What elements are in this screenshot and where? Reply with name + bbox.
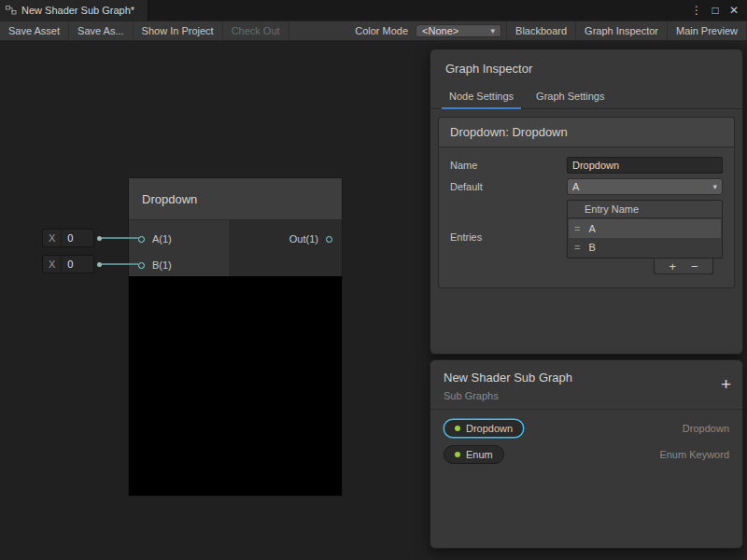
- window-controls: ⋮ □ ✕: [687, 0, 747, 21]
- entries-label: Entries: [450, 231, 567, 243]
- property-type-dropdown: Dropdown: [683, 423, 729, 434]
- tab-graph-settings[interactable]: Graph Settings: [525, 86, 615, 108]
- property-dot-icon: [455, 452, 460, 457]
- axis-x-label: X: [43, 230, 62, 246]
- node-input-ports: A(1) B(1): [129, 220, 229, 276]
- blackboard-panel: New Shader Sub Graph Sub Graphs + Dropdo…: [430, 359, 743, 549]
- entry-row-a-label: A: [588, 223, 595, 234]
- main-preview-toggle-button[interactable]: Main Preview: [668, 21, 747, 40]
- blackboard-header: New Shader Sub Graph Sub Graphs +: [430, 360, 742, 410]
- entries-list: Entry Name = A = B: [567, 200, 723, 259]
- blackboard-rows: Dropdown Dropdown Enum Enum Keyword: [430, 410, 742, 468]
- add-property-button[interactable]: +: [721, 375, 731, 393]
- blackboard-subtitle: Sub Graphs: [444, 390, 729, 401]
- entries-footer-box: + −: [654, 259, 713, 274]
- default-dropdown[interactable]: A ▾: [567, 178, 723, 195]
- name-label: Name: [450, 160, 567, 171]
- property-pill-dropdown-label: Dropdown: [466, 423, 513, 434]
- color-mode-dropdown[interactable]: <None> ▾: [416, 24, 501, 37]
- color-mode-value: <None>: [422, 25, 458, 36]
- tab-node-settings[interactable]: Node Settings: [438, 86, 525, 108]
- graph-inspector-toggle-button[interactable]: Graph Inspector: [576, 21, 668, 40]
- port-a-default-value[interactable]: 0: [62, 232, 93, 244]
- property-type-enum: Enum Keyword: [659, 449, 729, 460]
- node-settings-group-title: Dropdown: Dropdown: [439, 118, 734, 147]
- window-menu-icon[interactable]: ⋮: [687, 0, 706, 21]
- entries-list-footer: + −: [567, 259, 723, 274]
- dropdown-node[interactable]: Dropdown A(1) B(1) Out(1): [128, 177, 343, 497]
- remove-entry-button[interactable]: −: [691, 260, 698, 273]
- entries-property-row: Entries Entry Name = A =: [450, 200, 723, 274]
- name-input[interactable]: Dropdown: [567, 157, 723, 174]
- blackboard-row-enum: Enum Enum Keyword: [430, 441, 742, 468]
- add-entry-button[interactable]: +: [669, 260, 676, 273]
- blackboard-toggle-button[interactable]: Blackboard: [506, 21, 576, 40]
- property-pill-dropdown[interactable]: Dropdown: [444, 419, 524, 438]
- check-out-button: Check Out: [223, 21, 289, 40]
- shader-graph-icon: [6, 5, 17, 16]
- close-icon[interactable]: ✕: [725, 0, 743, 21]
- blackboard-row-dropdown: Dropdown Dropdown: [430, 415, 742, 441]
- entry-row-b-label: B: [588, 242, 595, 253]
- graph-inspector-panel: Graph Inspector Node Settings Graph Sett…: [430, 49, 743, 355]
- edge-wire-a: [102, 237, 138, 239]
- node-settings-group-body: Name Dropdown Default A ▾ Entries Entry …: [439, 147, 734, 287]
- input-port-a: A(1): [129, 230, 229, 248]
- drag-handle-icon[interactable]: =: [574, 242, 580, 253]
- document-tab[interactable]: New Shader Sub Graph*: [0, 0, 148, 21]
- chevron-down-icon: ▾: [712, 182, 717, 191]
- port-out-label: Out(1): [289, 233, 318, 245]
- name-property-row: Name Dropdown: [450, 157, 723, 174]
- title-bar: New Shader Sub Graph* ⋮ □ ✕: [0, 0, 747, 21]
- entry-row-a[interactable]: = A: [569, 219, 721, 238]
- blackboard-title: New Shader Sub Graph: [444, 371, 729, 385]
- default-dropdown-value: A: [572, 181, 579, 192]
- shader-graph-toolbar: Save Asset Save As... Show In Project Ch…: [0, 21, 747, 41]
- node-settings-group: Dropdown: Dropdown Name Dropdown Default…: [438, 117, 735, 288]
- save-as-button[interactable]: Save As...: [69, 21, 134, 40]
- port-a-default-field: X 0: [42, 229, 94, 247]
- property-pill-enum[interactable]: Enum: [444, 445, 504, 464]
- document-tab-title: New Shader Sub Graph*: [21, 5, 134, 16]
- default-property-row: Default A ▾: [450, 178, 723, 195]
- default-label: Default: [450, 181, 567, 192]
- inspector-tabs: Node Settings Graph Settings: [430, 86, 742, 109]
- save-asset-button[interactable]: Save Asset: [0, 21, 69, 40]
- port-a-label: A(1): [152, 233, 172, 245]
- chevron-down-icon: ▾: [491, 26, 496, 35]
- port-a-connector-icon[interactable]: [138, 236, 145, 243]
- entry-row-b[interactable]: = B: [569, 238, 721, 257]
- port-b-connector-icon[interactable]: [138, 262, 145, 269]
- node-title[interactable]: Dropdown: [129, 178, 342, 220]
- entries-list-container: Entry Name = A = B: [567, 200, 723, 274]
- property-pill-enum-label: Enum: [466, 449, 493, 460]
- show-in-project-button[interactable]: Show In Project: [134, 21, 223, 40]
- port-b-label: B(1): [152, 259, 172, 271]
- node-output-ports: Out(1): [229, 220, 342, 276]
- node-preview: [129, 276, 342, 496]
- port-b-default-value[interactable]: 0: [62, 259, 93, 270]
- port-out-connector-icon[interactable]: [326, 236, 332, 243]
- entries-list-rows: = A = B: [568, 218, 722, 258]
- graph-inspector-title: Graph Inspector: [430, 49, 742, 86]
- edge-wire-b: [102, 263, 138, 265]
- node-body: A(1) B(1) Out(1): [129, 220, 342, 276]
- maximize-icon[interactable]: □: [706, 0, 725, 21]
- drag-handle-icon[interactable]: =: [574, 223, 580, 234]
- color-mode-label: Color Mode: [344, 21, 414, 40]
- property-dot-icon: [455, 426, 460, 431]
- axis-x-label: X: [43, 256, 62, 273]
- entries-list-header: Entry Name: [568, 201, 722, 218]
- output-port-out: Out(1): [229, 230, 342, 248]
- port-b-default-field: X 0: [42, 255, 94, 273]
- inspector-content: Dropdown: Dropdown Name Dropdown Default…: [430, 109, 742, 296]
- input-port-b: B(1): [129, 256, 229, 274]
